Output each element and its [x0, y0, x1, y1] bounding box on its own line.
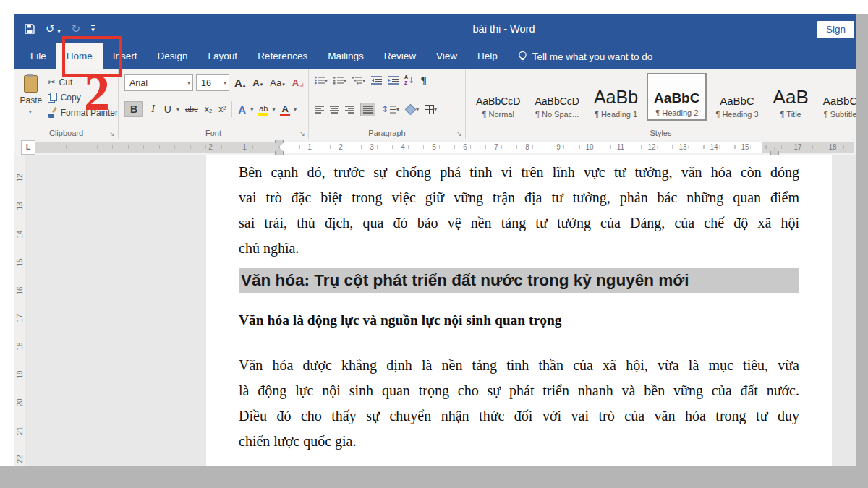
font-size-combo[interactable]: 16 ▾ — [196, 74, 229, 91]
font-name-combo[interactable]: Arial ▾ — [124, 74, 193, 91]
ruler-number: 2 — [337, 143, 344, 152]
tab-label: Mailings — [328, 51, 364, 61]
document-subheading: Văn hóa là động lực và nguồn lực nội sin… — [239, 312, 799, 328]
document-area: 1213141516171819202122 Bên cạnh đó, trướ… — [14, 155, 856, 466]
style-card[interactable]: AaBbC ¶ Heading 3 — [710, 73, 764, 121]
ribbon-tab[interactable]: Layout — [198, 43, 248, 69]
line-spacing-dropdown-icon: ▾ — [396, 106, 399, 113]
document-line: chủ nghĩa. — [239, 236, 799, 261]
bullets-button[interactable]: ▾ — [315, 76, 328, 85]
paste-label: Paste — [20, 95, 42, 106]
decrease-indent-icon[interactable] — [371, 76, 382, 85]
background-right — [856, 14, 868, 466]
font-dialog-launcher-icon[interactable]: ↘ — [299, 129, 305, 137]
underline-button[interactable]: U — [163, 102, 173, 116]
sort-button[interactable]: AZ ↓ — [404, 74, 414, 85]
document-page[interactable]: Bên cạnh đó, trước sự chống phá tinh vi … — [206, 155, 832, 466]
style-card[interactable]: AaBbC ¶ Subtitle — [817, 73, 856, 121]
style-card[interactable]: AaBbC ¶ Heading 2 — [647, 73, 707, 121]
align-right-icon[interactable] — [345, 106, 354, 114]
paragraph-2: Văn hóa được khẳng định là nền tảng tinh… — [239, 353, 799, 454]
font-color-button[interactable]: A — [280, 103, 289, 116]
grow-font-button[interactable]: A▴ — [232, 76, 247, 90]
align-center-icon[interactable] — [330, 106, 339, 114]
ruler-ticks — [35, 145, 854, 149]
style-preview: AaBbCcD — [476, 96, 520, 106]
style-preview: AaBbCcD — [535, 96, 579, 106]
shrink-font-label: A — [252, 78, 259, 87]
paste-dropdown-icon[interactable]: ▾ — [29, 108, 32, 115]
clipboard-group-label: Clipboard — [14, 129, 118, 137]
tell-me-label: Tell me what you want to do — [532, 51, 653, 62]
font-group-label: Font — [119, 129, 308, 137]
show-paragraph-marks-button[interactable]: ¶ — [420, 74, 427, 86]
text-effects-dropdown-icon[interactable]: ▾ — [250, 106, 253, 113]
ribbon-tab[interactable]: Design — [148, 43, 198, 69]
style-card[interactable]: AaBb ¶ Heading 1 — [588, 73, 644, 121]
ruler-number: 8 — [524, 143, 531, 152]
subscript-button[interactable]: x₂ — [204, 103, 213, 116]
change-case-button[interactable]: Aa▾ — [268, 77, 286, 89]
multilevel-list-button[interactable]: ▾ — [352, 76, 365, 85]
tab-label: Review — [384, 51, 416, 61]
strikethrough-button[interactable]: abc — [184, 103, 199, 116]
paste-clipboard-icon — [24, 75, 38, 93]
borders-button[interactable]: ▾ — [425, 105, 437, 114]
line-spacing-button[interactable]: ↕ ▾ — [381, 104, 399, 114]
window-title: bài thi - Word — [14, 14, 856, 43]
underline-dropdown-icon[interactable]: ▾ — [176, 106, 179, 113]
ruler-number: 5 — [430, 143, 438, 152]
numbering-icon — [333, 76, 344, 85]
ruler-number: 11 — [616, 143, 626, 152]
ribbon-tab[interactable]: References — [247, 43, 318, 69]
vertical-ruler-number: 13 — [17, 202, 24, 210]
ribbon-tab[interactable]: Mailings — [318, 43, 374, 69]
text-effects-button[interactable]: A — [237, 103, 247, 116]
paragraph-dialog-launcher-icon[interactable]: ↘ — [456, 129, 462, 137]
style-card[interactable]: AaB ¶ Title — [767, 73, 814, 121]
document-line: vai trò đặc biệt trong việc giữ vững trậ… — [239, 185, 799, 210]
superscript-button[interactable]: x² — [218, 103, 226, 116]
document-line: là động lực nội sinh quan trọng cho sự p… — [239, 378, 799, 403]
increase-indent-icon[interactable] — [388, 76, 399, 85]
ribbon-tab[interactable]: Review — [374, 43, 426, 69]
font-color-dropdown-icon[interactable]: ▾ — [294, 106, 297, 113]
sign-in-button[interactable]: Sign — [817, 21, 854, 38]
font-row-1: Arial ▾ 16 ▾ A▴ A▾ Aa▾ A◢ — [124, 74, 305, 91]
ribbon-tab[interactable]: Help — [467, 43, 508, 69]
clipboard-dialog-launcher-icon[interactable]: ↘ — [109, 129, 115, 137]
clear-formatting-button[interactable]: A◢ — [290, 77, 306, 89]
vertical-ruler[interactable]: 1213141516171819202122 — [14, 155, 25, 466]
shrink-font-button[interactable]: A▾ — [250, 77, 265, 89]
vertical-ruler-number: 21 — [17, 427, 24, 435]
highlight-dropdown-icon[interactable]: ▾ — [272, 106, 275, 113]
tab-stop-selector[interactable]: L — [21, 140, 35, 155]
paragraph-row-2: ↕ ▾ ▾ ▾ — [315, 100, 437, 119]
ruler-number: 9 — [555, 143, 562, 152]
style-preview: AaBb — [594, 88, 638, 106]
style-card[interactable]: AaBbCcD ¶ No Spac... — [529, 73, 584, 121]
style-preview: AaBbC — [823, 95, 856, 106]
horizontal-ruler[interactable]: 211234567891011121314151718 — [35, 142, 854, 153]
bold-button[interactable]: B — [124, 101, 143, 117]
word-window: ↺ ▾ ↻ ▾ bài thi - Word Sign FileHomeInse… — [14, 14, 856, 466]
numbering-button[interactable]: ▾ — [333, 76, 346, 85]
ruler-row: L 211234567891011121314151718 — [14, 139, 856, 155]
style-card[interactable]: AaBbCcD ¶ Normal — [470, 73, 526, 121]
paragraph-1: Bên cạnh đó, trước sự chống phá tinh vi … — [239, 160, 799, 261]
ruler-number: 13 — [677, 143, 688, 152]
ruler-number: 10 — [584, 143, 595, 152]
tab-label: Layout — [208, 51, 238, 61]
shading-button[interactable]: ▾ — [405, 104, 419, 115]
align-left-icon[interactable] — [315, 106, 324, 114]
line-spacing-lines-icon — [390, 106, 396, 114]
font-size-value: 16 — [201, 78, 211, 88]
italic-button[interactable]: I — [148, 102, 158, 116]
tell-me-box[interactable]: Tell me what you want to do — [518, 43, 653, 69]
tab-label: View — [436, 51, 457, 61]
ribbon-tab[interactable]: File — [20, 43, 56, 69]
justify-icon[interactable] — [360, 103, 375, 116]
text-highlight-button[interactable]: ab — [258, 103, 268, 116]
ribbon-tab-bar: FileHomeInsertDesignLayoutReferencesMail… — [14, 43, 856, 69]
ribbon-tab[interactable]: View — [426, 43, 467, 69]
